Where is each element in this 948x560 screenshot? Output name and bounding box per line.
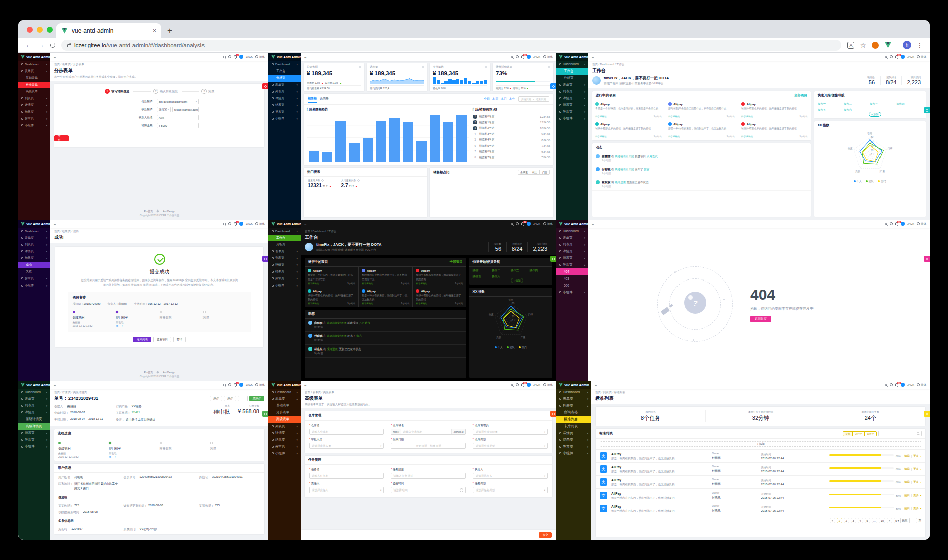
field-input[interactable]: 请输入任务描述: [391, 473, 465, 479]
app-logo[interactable]: Vue Antd Admin: [556, 381, 591, 389]
theme-settings-button[interactable]: [262, 83, 268, 89]
quick-op-link[interactable]: 操作二: [844, 102, 870, 106]
language-switcher[interactable]: 简体: [543, 222, 553, 226]
activity-link[interactable]: 八月迭代: [359, 321, 370, 324]
add-button[interactable]: + 添加: [511, 278, 523, 283]
sidebar-item[interactable]: 分析页: [556, 75, 588, 82]
activity-link[interactable]: 项目进展: [615, 181, 626, 184]
page-button[interactable]: 1: [837, 518, 842, 523]
project-card[interactable]: Alipay 希望是一个好东西，也许是最好的，好东西是不会消亡的 科学搬砖组9小…: [592, 100, 665, 120]
edit-link[interactable]: 编辑: [904, 467, 910, 471]
sidebar-item[interactable]: 列表页 ▾: [268, 88, 301, 95]
more-link[interactable]: 更多: [913, 494, 919, 497]
breadcrumb[interactable]: 首页 / 列表页 / 标准列表: [595, 391, 926, 394]
activity-link[interactable]: 项目进展: [327, 347, 338, 351]
theme-settings-button[interactable]: [550, 83, 556, 89]
menu-collapse-icon[interactable]: ≡: [304, 222, 307, 226]
project-card[interactable]: Alipay 城镇中有那么多的酒馆，她却偏偏走进了我的酒馆 科学搬砖组9小时前: [738, 100, 811, 120]
menu-collapse-icon[interactable]: ≡: [54, 222, 56, 226]
language-switcher[interactable]: 简体: [255, 222, 265, 226]
sidebar-item[interactable]: 列表页 ▴: [556, 402, 591, 409]
sidebar-item[interactable]: 小组件 ▾: [268, 282, 301, 289]
field-input[interactable]: 请选择执行人: [473, 473, 548, 479]
user-avatar[interactable]: [239, 222, 243, 226]
sidebar-item[interactable]: 结果页 ▾: [18, 430, 50, 437]
search-icon[interactable]: [223, 223, 226, 225]
activity-link[interactable]: 八月迭代: [647, 155, 658, 158]
breadcrumb[interactable]: 首页 / 表单页 / 高级表单: [305, 391, 552, 394]
field-input[interactable]: 请选择责任人: [309, 487, 384, 493]
sidebar-item[interactable]: 小组件 ▾: [268, 450, 301, 457]
date-range-picker[interactable]: 开始日期~结束日期: [518, 96, 549, 102]
user-avatar[interactable]: [239, 55, 243, 59]
project-card[interactable]: Alipay 城镇中有那么多的酒馆，她却偏偏走进了我的酒馆 科学搬砖组9小时前: [413, 287, 466, 307]
username[interactable]: JACK: [907, 222, 914, 225]
account-type-select[interactable]: 支付宝: [157, 107, 171, 112]
sidebar-item[interactable]: Dashboard ▾: [18, 61, 50, 68]
menu-collapse-icon[interactable]: ≡: [54, 55, 56, 59]
sidebar-item[interactable]: 小组件 ▾: [268, 115, 301, 122]
sidebar-item[interactable]: 小组件 ▾: [18, 282, 50, 289]
app-logo[interactable]: Vue Antd Admin: [556, 53, 588, 61]
action-button[interactable]: ···: [238, 396, 248, 401]
sidebar-item[interactable]: 异常页 ▾: [556, 443, 591, 450]
translate-icon[interactable]: A: [847, 42, 854, 49]
sidebar-item[interactable]: Dashboard ▴: [268, 61, 301, 68]
group-link[interactable]: 科学搬砖组: [308, 302, 319, 305]
sidebar-item[interactable]: 工作台: [268, 68, 301, 75]
user-avatar[interactable]: [901, 55, 905, 59]
app-logo[interactable]: Vue Antd Admin: [556, 220, 588, 228]
theme-settings-button[interactable]: [550, 256, 556, 262]
sidebar-item[interactable]: 异常页 ▾: [18, 275, 50, 283]
quick-op-link[interactable]: 操作一: [473, 269, 492, 272]
channel-filter-button[interactable]: 线上: [530, 170, 540, 175]
address-bar[interactable]: iczer.gitee.io/vue-antd-admin/#/dashboar…: [61, 40, 841, 51]
menu-collapse-icon[interactable]: ≡: [54, 383, 56, 387]
help-icon[interactable]: [228, 383, 231, 386]
quick-op-link[interactable]: 操作四: [896, 102, 922, 106]
breadcrumb[interactable]: 首页 / 结果页 / 成功: [54, 230, 264, 233]
project-card[interactable]: Alipay 希望是一个好东西，也许是最好的，好东西是不会消亡的 科学搬砖组9小…: [305, 267, 358, 287]
sidebar-item[interactable]: 分析页: [268, 241, 301, 248]
quick-op-link[interactable]: 操作一: [818, 102, 844, 106]
theme-settings-button[interactable]: [262, 411, 268, 417]
help-icon[interactable]: [890, 383, 893, 386]
quick-op-link[interactable]: 操作五: [473, 275, 492, 278]
sidebar-item[interactable]: 详情页 ▾: [556, 248, 588, 255]
sidebar-item[interactable]: 工作台: [556, 68, 588, 75]
more-link[interactable]: 更多: [913, 480, 919, 484]
activity-link[interactable]: 留言: [356, 334, 362, 337]
username[interactable]: JACK: [246, 55, 253, 58]
notification-bell-icon[interactable]: 12: [234, 222, 237, 225]
item-title[interactable]: AliPay: [611, 452, 708, 456]
notification-bell-icon[interactable]: 12: [521, 55, 524, 58]
sidebar-item[interactable]: 异常页 ▾: [268, 109, 301, 116]
app-logo[interactable]: Vue Antd Admin: [18, 220, 50, 228]
quick-op-link[interactable]: 操作三: [511, 269, 530, 272]
sidebar-item[interactable]: 分析页: [268, 75, 301, 82]
app-logo[interactable]: Vue Antd Admin: [268, 53, 301, 61]
footer-link-pro[interactable]: Pro首页: [144, 371, 153, 374]
username[interactable]: JACK: [533, 383, 540, 386]
sidebar-item[interactable]: 详情页 ▾: [18, 248, 50, 255]
group-link[interactable]: 科学搬砖组: [362, 282, 373, 285]
activity-link[interactable]: 高逼格设计天团: [327, 321, 347, 324]
activity-link[interactable]: 高逼格设计天团: [615, 168, 634, 171]
sidebar-item[interactable]: 表单页 ▴: [18, 68, 50, 75]
sidebar-item[interactable]: 结果页 ▾: [18, 109, 50, 116]
help-icon[interactable]: [516, 383, 519, 386]
username[interactable]: JACK: [533, 55, 540, 58]
sidebar-item[interactable]: 详情页 ▾: [556, 95, 588, 102]
language-switcher[interactable]: 简体: [917, 222, 926, 226]
submit-button[interactable]: 提交: [539, 532, 552, 538]
sidebar-item[interactable]: 异常页 ▾: [268, 443, 301, 450]
breadcrumb[interactable]: 首页 / 详情页 / 高级详情页: [54, 391, 264, 394]
field-input[interactable]: 请选择审批人员: [309, 443, 384, 449]
sidebar-item[interactable]: 详情页 ▾: [18, 102, 50, 109]
forward-button[interactable]: →: [38, 41, 44, 49]
username[interactable]: JACK: [907, 383, 914, 386]
quick-op-link[interactable]: 操作五: [818, 108, 844, 112]
sidebar-item[interactable]: 详情页 ▴: [18, 409, 50, 416]
sidebar-item[interactable]: Dashboard ▾: [556, 228, 588, 235]
field-input[interactable]: ¥ 5000: [157, 123, 199, 128]
